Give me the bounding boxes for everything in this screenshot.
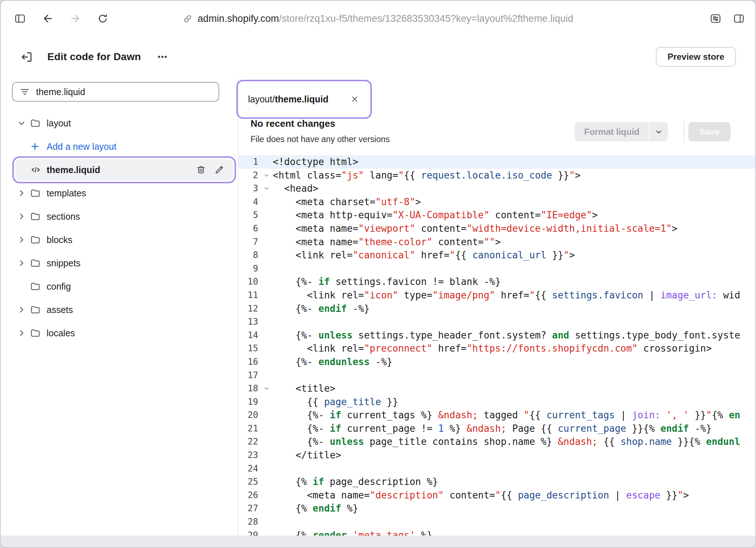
line-number: 21 [239,422,260,435]
code-line-5[interactable]: 5 <meta http-equiv="X-UA-Compatible" con… [239,208,755,222]
code-line-16[interactable]: 16 {%- endunless -%} [239,355,755,369]
preview-store-button[interactable]: Preview store [656,47,736,67]
chevron-right-icon[interactable] [17,258,26,268]
code-line-26[interactable]: 26 <meta name="description" content="{{ … [239,489,755,502]
line-number: 6 [239,222,260,235]
format-liquid-label: Format liquid [575,122,649,141]
fold-chevron-icon[interactable] [263,185,270,192]
code-line-21[interactable]: 21 {%- if current_page != 1 %} &ndash; P… [239,422,755,435]
tree-item-sections[interactable]: sections [1,205,238,228]
browser-chrome: admin.shopify.com/store/rzq1xu-f5/themes… [1,1,755,36]
save-button[interactable]: Save [688,122,731,141]
code-line-text: <html class="js" lang="{{ request.locale… [273,169,755,182]
exit-editor-icon[interactable] [20,50,34,64]
format-liquid-button[interactable]: Format liquid [575,122,668,141]
folder-icon [30,304,41,315]
sidebar-toggle-icon[interactable] [14,12,26,25]
reload-icon[interactable] [97,13,109,24]
tree-item-add-a-new-layout[interactable]: Add a new layout [1,135,238,158]
code-line-8[interactable]: 8 <link rel="canonical" href="{{ canonic… [239,248,755,262]
tree-item-assets[interactable]: assets [1,298,238,321]
code-line-15[interactable]: 15 <link rel="preconnect" href="https://… [239,342,755,355]
tree-item-blocks[interactable]: blocks [1,228,238,251]
line-number: 26 [239,489,260,502]
address-bar[interactable]: admin.shopify.com/store/rzq1xu-f5/themes… [183,1,573,36]
code-line-17[interactable]: 17 [239,369,755,382]
forward-icon[interactable] [69,12,82,25]
code-line-24[interactable]: 24 [239,462,755,475]
tab-close-icon[interactable] [350,94,359,104]
tree-item-snippets[interactable]: snippets [1,251,238,275]
line-number: 28 [239,515,260,529]
line-number: 5 [239,208,260,222]
line-number: 18 [239,382,260,395]
file-filter-box[interactable] [12,82,219,102]
code-line-10[interactable]: 10 {%- if settings.favicon != blank -%} [239,275,755,289]
fold-chevron-icon[interactable] [263,385,270,392]
tree-item-label: sections [47,211,80,222]
tree-item-label: assets [47,305,73,315]
tab-theme-liquid[interactable]: layout/theme.liquid [239,84,368,114]
line-number: 15 [239,342,260,355]
chevron-right-icon[interactable] [17,305,26,314]
chevron-right-icon[interactable] [17,328,26,338]
code-line-28[interactable]: 28 [239,515,755,529]
page-settings-icon[interactable] [709,12,722,25]
code-line-2[interactable]: 2<html class="js" lang="{{ request.local… [239,169,755,182]
page-title: Edit code for Dawn [47,51,141,63]
code-line-text: <!doctype html> [273,155,755,169]
code-line-19[interactable]: 19 {{ page_title }} [239,395,755,409]
tree-item-config[interactable]: config [1,275,238,298]
chevron-right-icon[interactable] [17,188,26,198]
tree-item-templates[interactable]: templates [1,181,238,205]
code-line-text: <meta name="description" content="{{ pag… [273,489,755,502]
code-line-25[interactable]: 25 {% if page_description %} [239,475,755,489]
code-line-22[interactable]: 22 {%- unless page_title contains shop.n… [239,435,755,449]
tree-item-label: Add a new layout [47,141,117,152]
code-line-14[interactable]: 14 {%- unless settings.type_header_font.… [239,329,755,342]
tree-item-layout[interactable]: layout [1,111,238,135]
code-line-3[interactable]: 3 <head> [239,182,755,195]
code-line-29[interactable]: 29 {% render 'meta-tags' %} [239,529,755,536]
code-line-27[interactable]: 27 {% endif %} [239,502,755,515]
code-line-6[interactable]: 6 <meta name="viewport" content="width=d… [239,222,755,235]
code-line-1[interactable]: 1<!doctype html> [239,155,755,169]
delete-file-icon[interactable] [196,164,206,175]
folder-icon [30,188,41,199]
code-line-7[interactable]: 7 <meta name="theme-color" content=""> [239,235,755,249]
chevron-right-icon[interactable] [17,235,26,244]
line-number: 16 [239,355,260,369]
code-line-9[interactable]: 9 [239,262,755,275]
file-tree: layoutAdd a new layouttheme.liquidtempla… [1,111,238,345]
line-number: 12 [239,302,260,316]
code-editor[interactable]: 1<!doctype html>2<html class="js" lang="… [239,155,755,536]
chevron-down-icon[interactable] [17,118,26,128]
code-line-text: {%- if current_tags %} &ndash; tagged "{… [273,408,755,422]
fold-chevron-icon[interactable] [263,172,270,179]
code-line-11[interactable]: 11 <link rel="icon" type="image/png" hre… [239,289,755,302]
window-bottom-strip [1,536,755,547]
link-icon [183,14,193,24]
tree-item-label: templates [47,188,86,199]
status-subtitle: File does not have any other versions [251,134,390,144]
code-line-4[interactable]: 4 <meta charset="utf-8"> [239,195,755,209]
rename-file-icon[interactable] [214,164,225,175]
url-text: admin.shopify.com/store/rzq1xu-f5/themes… [198,13,573,24]
tree-item-locales[interactable]: locales [1,321,238,345]
folder-icon [30,234,41,245]
code-line-20[interactable]: 20 {%- if current_tags %} &ndash; tagged… [239,408,755,422]
code-line-text: <title> [273,382,755,395]
more-actions-icon[interactable] [156,51,169,63]
tree-item-label: layout [47,118,71,129]
code-line-13[interactable]: 13 [239,315,755,329]
code-line-text: {%- unless settings.type_header_font.sys… [273,329,755,342]
code-line-18[interactable]: 18 <title> [239,382,755,395]
back-icon[interactable] [42,12,54,25]
file-filter-input[interactable] [36,87,212,97]
tree-item-theme-liquid[interactable]: theme.liquid [1,158,238,181]
chevron-right-icon[interactable] [17,212,26,221]
sidebar-right-toggle-icon[interactable] [733,12,745,25]
format-dropdown-button[interactable] [649,122,668,141]
code-line-23[interactable]: 23 </title> [239,449,755,462]
code-line-12[interactable]: 12 {%- endif -%} [239,302,755,316]
